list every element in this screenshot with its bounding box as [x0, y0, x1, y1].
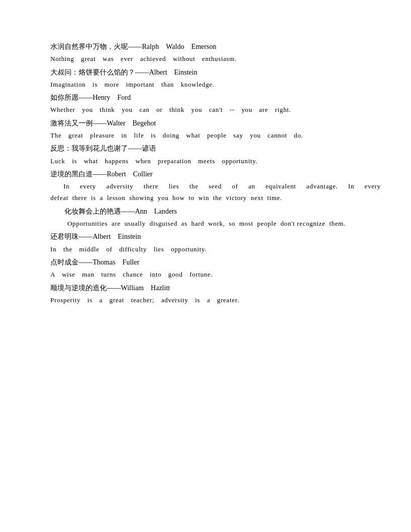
quote-10: 顺境与逆境的造化——William Hazlitt Prosperity is …	[50, 282, 381, 306]
quote-8: 还君明珠——Albert Einstein In the middle of d…	[50, 230, 381, 255]
english-text-12: In every adversity there lies the seed o…	[50, 180, 381, 204]
chinese-text-17: 点时成金——Thomas Fuller	[50, 256, 381, 269]
english-text-4: Imagination is more important than knowl…	[50, 79, 381, 90]
english-text-6: Whether you think you can or think you c…	[50, 104, 381, 115]
english-text-14: Opportunities are usually disguised as h…	[63, 218, 381, 229]
chinese-text-3: 大叔问：烙饼要什么馅的？——Albert Einstein	[50, 66, 381, 79]
quote-6: 逆境的黑白道——Robert Collier In every adversit…	[50, 168, 381, 204]
english-text-8: The great pleasure in life is doing what…	[50, 129, 381, 141]
chinese-text-7: 激将法又一例——Walter Begehot	[50, 117, 381, 129]
quote-7: 化妆舞会上的艳遇——Ann Landers Opportunities are …	[50, 205, 381, 230]
english-text-2: Nothing great was ever achieved without …	[50, 53, 381, 64]
quote-4: 激将法又一例——Walter Begehot The great pleasur…	[50, 117, 381, 142]
chinese-text-1: 水润自然界中万物，火呢——Ralph Waldo Emerson	[50, 40, 381, 53]
page-content: 水润自然界中万物，火呢——Ralph Waldo Emerson Nothing…	[0, 0, 411, 347]
chinese-text-15: 还君明珠——Albert Einstein	[50, 230, 381, 243]
chinese-text-9: 反思：我等到花儿也谢了——谚语	[50, 142, 381, 155]
english-text-20: Prosperity is a great teacher; adversity…	[50, 294, 381, 306]
english-text-18: A wise man turns chance into good fortun…	[50, 269, 381, 280]
quote-1: 水润自然界中万物，火呢——Ralph Waldo Emerson Nothing…	[50, 40, 381, 65]
chinese-text-5: 如你所愿——Henry Ford	[50, 91, 381, 104]
quote-2: 大叔问：烙饼要什么馅的？——Albert Einstein Imaginatio…	[50, 66, 381, 91]
chinese-text-13: 化妆舞会上的艳遇——Ann Landers	[64, 205, 381, 218]
chinese-text-11: 逆境的黑白道——Robert Collier	[50, 168, 381, 180]
english-text-16: In the middle of difficulty lies opportu…	[50, 243, 381, 255]
quote-5: 反思：我等到花儿也谢了——谚语 Luck is what happens whe…	[50, 142, 381, 167]
chinese-text-19: 顺境与逆境的造化——William Hazlitt	[50, 282, 381, 294]
quote-9: 点时成金——Thomas Fuller A wise man turns cha…	[50, 256, 381, 281]
english-text-10: Luck is what happens when preparation me…	[50, 155, 381, 167]
quote-3: 如你所愿——Henry Ford Whether you think you c…	[50, 91, 381, 116]
